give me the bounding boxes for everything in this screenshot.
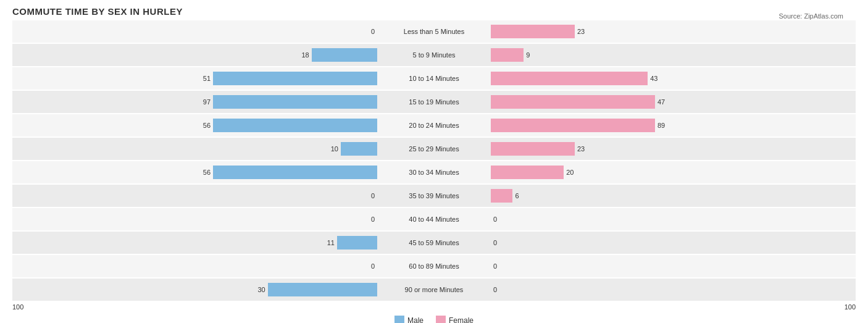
- female-value: 43: [648, 75, 657, 82]
- row-label: 30 to 34 Minutes: [409, 169, 459, 176]
- legend: Male Female: [12, 316, 856, 323]
- table-row: 51 10 to 14 Minutes 43: [12, 67, 856, 90]
- right-section: 0: [490, 208, 856, 230]
- source-label: Source: ZipAtlas.com: [778, 12, 843, 20]
- table-row: 18 5 to 9 Minutes 9: [12, 44, 856, 66]
- left-section: 0: [12, 255, 378, 277]
- row-label: 10 to 14 Minutes: [409, 75, 459, 82]
- axis-right: 100: [845, 303, 856, 311]
- female-value: 23: [575, 145, 585, 153]
- female-value: 0: [491, 239, 497, 246]
- left-section: 0: [12, 208, 378, 230]
- axis-left: 100: [12, 303, 23, 311]
- row-label: 40 to 44 Minutes: [409, 216, 459, 223]
- right-section: 20: [490, 161, 856, 183]
- left-section: 56: [12, 161, 378, 183]
- legend-male: Male: [394, 316, 424, 323]
- male-value: 0: [371, 28, 377, 35]
- male-bar: 56: [213, 166, 377, 179]
- female-bar: 43: [491, 72, 648, 85]
- female-value: 89: [655, 122, 665, 129]
- chart-container: 0 Less than 5 Minutes 23 18: [12, 20, 856, 323]
- female-value: 0: [491, 216, 497, 223]
- male-value: 56: [203, 169, 213, 176]
- female-bar: 89: [491, 119, 655, 132]
- male-value: 0: [371, 216, 377, 223]
- bars-area: 0 35 to 39 Minutes 6: [12, 185, 856, 207]
- row-label: 90 or more Minutes: [405, 286, 464, 293]
- male-bar: 10: [341, 142, 377, 156]
- left-section: 51: [12, 67, 378, 90]
- left-section: 10: [12, 138, 378, 160]
- table-row: 56 20 to 24 Minutes 89: [12, 114, 856, 136]
- left-section: 0: [12, 185, 378, 207]
- male-bar: 56: [213, 119, 377, 132]
- row-label: Less than 5 Minutes: [404, 28, 464, 35]
- table-row: 11 45 to 59 Minutes 0: [12, 232, 856, 254]
- row-label: 35 to 39 Minutes: [409, 192, 459, 199]
- table-row: 0 35 to 39 Minutes 6: [12, 185, 856, 207]
- male-value: 97: [203, 98, 213, 106]
- right-section: 23: [490, 138, 856, 160]
- female-value: 6: [512, 192, 519, 199]
- male-value: 18: [301, 51, 311, 59]
- table-row: 0 40 to 44 Minutes 0: [12, 208, 856, 230]
- right-section: 89: [490, 114, 856, 136]
- male-bar: 51: [213, 72, 377, 85]
- table-row: 10 25 to 29 Minutes 23: [12, 138, 856, 160]
- male-value: 51: [203, 75, 213, 82]
- male-value: 30: [257, 286, 267, 293]
- right-section: 47: [490, 91, 856, 113]
- female-value: 0: [491, 286, 497, 293]
- bars-area: 56 30 to 34 Minutes 20: [12, 161, 856, 183]
- legend-female-icon: [436, 316, 446, 323]
- female-value: 23: [575, 28, 585, 35]
- legend-male-icon: [394, 316, 404, 323]
- male-value: 0: [371, 192, 377, 199]
- right-section: 0: [490, 232, 856, 254]
- bars-area: 97 15 to 19 Minutes 47: [12, 91, 856, 113]
- legend-female: Female: [436, 316, 474, 323]
- male-value: 56: [203, 122, 213, 129]
- right-section: 0: [490, 279, 856, 301]
- bars-area: 0 Less than 5 Minutes 23: [12, 20, 856, 43]
- table-row: 0 Less than 5 Minutes 23: [12, 20, 856, 43]
- female-bar: 6: [491, 189, 512, 203]
- bars-area: 30 90 or more Minutes 0: [12, 279, 856, 301]
- bars-area: 11 45 to 59 Minutes 0: [12, 232, 856, 254]
- chart-title: COMMUTE TIME BY SEX IN HURLEY: [12, 6, 856, 17]
- table-row: 30 90 or more Minutes 0: [12, 279, 856, 301]
- table-row: 0 60 to 89 Minutes 0: [12, 255, 856, 277]
- legend-male-label: Male: [407, 316, 424, 323]
- male-bar: 30: [268, 283, 377, 296]
- female-value: 47: [655, 98, 665, 106]
- right-section: 23: [490, 20, 856, 43]
- female-bar: 23: [491, 142, 575, 156]
- right-section: 9: [490, 44, 856, 66]
- female-value: 0: [491, 262, 497, 270]
- left-section: 18: [12, 44, 378, 66]
- bars-area: 10 25 to 29 Minutes 23: [12, 138, 856, 160]
- left-section: 97: [12, 91, 378, 113]
- legend-female-label: Female: [449, 316, 474, 323]
- row-label: 45 to 59 Minutes: [409, 239, 459, 246]
- table-row: 56 30 to 34 Minutes 20: [12, 161, 856, 183]
- male-value: 11: [327, 239, 337, 246]
- row-label: 60 to 89 Minutes: [409, 262, 459, 270]
- right-section: 0: [490, 255, 856, 277]
- female-bar: 47: [491, 95, 655, 109]
- row-label: 25 to 29 Minutes: [409, 145, 459, 153]
- left-section: 0: [12, 20, 378, 43]
- female-value: 20: [564, 169, 574, 176]
- row-label: 15 to 19 Minutes: [409, 98, 459, 106]
- female-bar: 20: [491, 166, 564, 179]
- left-section: 11: [12, 232, 378, 254]
- male-value: 10: [331, 145, 341, 153]
- female-bar: 23: [491, 25, 575, 38]
- male-bar: 11: [337, 236, 377, 250]
- row-label: 20 to 24 Minutes: [409, 122, 459, 129]
- bars-area: 0 60 to 89 Minutes 0: [12, 255, 856, 277]
- right-section: 43: [490, 67, 856, 90]
- female-value: 9: [524, 51, 530, 59]
- right-section: 6: [490, 185, 856, 207]
